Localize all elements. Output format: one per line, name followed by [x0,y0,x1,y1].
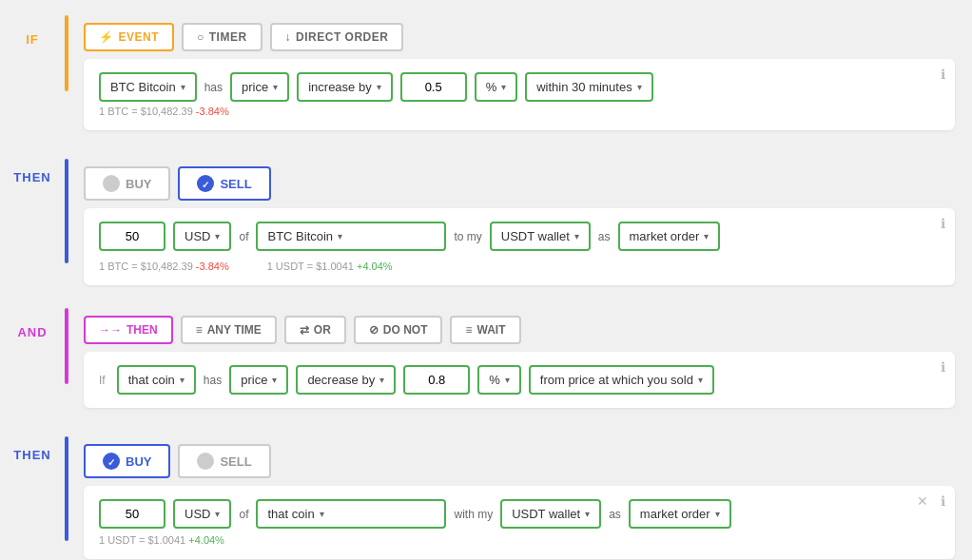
then-order-notes: 1 BTC = $10,482.39 -3.84% 1 USDT = $1.00… [99,257,940,272]
coin-chevron: ▾ [181,82,185,92]
field-chevron: ▾ [273,82,278,92]
and-unit-selector[interactable]: % ▾ [477,365,521,395]
then-info-icon[interactable]: ℹ [941,216,945,231]
then-to-label: to my [454,230,481,243]
event-icon: ⚡ [99,30,114,44]
then2-order-type-selector[interactable]: market order ▾ [629,499,731,529]
sell-check [202,177,209,191]
has-label: has [204,81,223,94]
and-coin-chevron: ▾ [180,375,185,385]
then-of-label: of [239,230,248,243]
then2-order-row: USD ▾ of that coin ▾ with my USDT wallet… [99,499,940,529]
then-order-type-selector[interactable]: market order ▾ [618,222,721,251]
change-selector[interactable]: increase by ▾ [297,72,392,102]
then2-close-icon[interactable]: ✕ [917,493,928,509]
then-action-row: BUY SELL [84,166,955,201]
sell-circle-icon [197,175,214,192]
value-input[interactable] [400,72,467,102]
then-coin-selector[interactable]: BTC Bitcoin ▾ [256,222,446,251]
then2-wallet-selector[interactable]: USDT wallet ▾ [500,499,601,529]
change-chevron: ▾ [377,82,381,92]
then-coin-note: 1 BTC = $10,482.39 -3.84% [99,261,229,272]
timer-trigger-btn[interactable]: ○ TIMER [182,23,262,51]
wait-icon: ≡ [465,323,472,337]
and-field-chevron: ▾ [272,375,277,385]
direct-order-icon: ↓ [285,30,292,44]
info-icon[interactable]: ℹ [941,67,945,82]
then2-currency-selector[interactable]: USD ▾ [173,499,231,529]
if-trigger-row: ⚡ EVENT ○ TIMER ↓ DIRECT ORDER [84,23,955,51]
and-condition-row: If that coin ▾ has price ▾ decrease by ▾ [99,365,940,395]
and-condition-card: ℹ If that coin ▾ has price ▾ decrease by… [84,352,955,408]
then-currency-chevron: ▾ [215,231,220,241]
coin-selector[interactable]: BTC Bitcoin ▾ [99,72,197,102]
then-order-card: ℹ USD ▾ of BTC Bitcoin ▾ to my USDT wall… [84,208,955,285]
and-value-input[interactable] [403,365,470,395]
then2-of-label: of [239,508,248,521]
timeframe-chevron: ▾ [637,82,642,92]
then-wallet-note: 1 USDT = $1.0041 +4.04% [267,261,393,272]
if-label: IF [0,15,65,47]
then2-buy-check [107,454,115,469]
if-condition-card: ℹ BTC Bitcoin ▾ has price ▾ increase by … [84,59,955,130]
then2-wallet-chevron: ▾ [585,509,590,519]
and-unit-chevron: ▾ [505,375,510,385]
and-coin-selector[interactable]: that coin ▾ [117,365,196,395]
buy-circle-icon [103,175,120,192]
then2-coin-selector[interactable]: that coin ▾ [256,499,446,529]
then2-with-label: with my [454,508,493,521]
then-coin-chevron: ▾ [338,231,342,241]
then2-currency-chevron: ▾ [215,509,220,519]
direct-order-trigger-btn[interactable]: ↓ DIRECT ORDER [270,23,404,51]
then2-action-row: BUY SELL [84,444,955,478]
and-has-label: has [204,374,222,387]
then2-info-icon[interactable]: ℹ [941,493,945,509]
then2-buy-circle-icon [103,453,120,470]
and-field-selector[interactable]: price ▾ [229,365,288,395]
and-reference-selector[interactable]: from price at which you sold ▾ [529,365,714,395]
then-wallet-chevron: ▾ [574,231,579,241]
then2-as-label: as [609,508,621,521]
then2-order-card: ℹ ✕ USD ▾ of that coin ▾ with my USDT [84,486,955,559]
then-order-type-chevron: ▾ [704,231,709,241]
then2-label: THEN [0,436,65,462]
wait-trigger-btn[interactable]: ≡ WAIT [450,316,520,344]
then-and-trigger-btn[interactable]: →→ THEN [84,316,173,344]
then2-amount-input[interactable] [99,499,165,529]
and-info-icon[interactable]: ℹ [941,359,945,375]
and-label: AND [0,308,65,339]
and-change-selector[interactable]: decrease by ▾ [296,365,396,395]
any-time-icon: ≡ [196,323,203,337]
then-wallet-selector[interactable]: USDT wallet ▾ [490,222,591,251]
then2-buy-btn[interactable]: BUY [84,444,170,478]
and-if-text: If [99,374,106,387]
do-not-icon: ⊘ [369,323,379,337]
if-price-note: 1 BTC = $10,482.39 -3.84% [99,106,940,117]
unit-chevron: ▾ [501,82,506,92]
then-as-label: as [598,230,611,243]
then-amount-input[interactable] [99,222,165,251]
then-arrow-icon: →→ [99,323,122,337]
if-condition-row: BTC Bitcoin ▾ has price ▾ increase by ▾ … [99,72,940,102]
and-reference-chevron: ▾ [698,375,703,385]
any-time-trigger-btn[interactable]: ≡ ANY TIME [181,316,277,344]
and-change-chevron: ▾ [379,375,384,385]
do-not-trigger-btn[interactable]: ⊘ DO NOT [354,316,443,344]
timer-icon: ○ [197,30,204,44]
or-trigger-btn[interactable]: ⇄ OR [284,316,346,344]
sell-btn[interactable]: SELL [178,166,270,201]
then2-sell-circle-icon [197,453,214,470]
then-currency-selector[interactable]: USD ▾ [173,222,231,251]
then2-sell-btn[interactable]: SELL [178,444,270,478]
or-icon: ⇄ [300,323,309,337]
event-trigger-btn[interactable]: ⚡ EVENT [84,23,174,51]
timeframe-selector[interactable]: within 30 minutes ▾ [525,72,652,102]
then-label: THEN [0,159,65,184]
buy-btn[interactable]: BUY [84,166,170,201]
then-order-row: USD ▾ of BTC Bitcoin ▾ to my USDT wallet… [99,222,940,251]
then2-wallet-note: 1 USDT = $1.0041 +4.04% [99,534,940,546]
field-selector[interactable]: price ▾ [230,72,289,102]
unit-selector[interactable]: % ▾ [475,72,518,102]
and-trigger-row: →→ THEN ≡ ANY TIME ⇄ OR ⊘ DO NOT ≡ WAI [84,316,955,344]
then2-coin-chevron: ▾ [320,509,324,519]
